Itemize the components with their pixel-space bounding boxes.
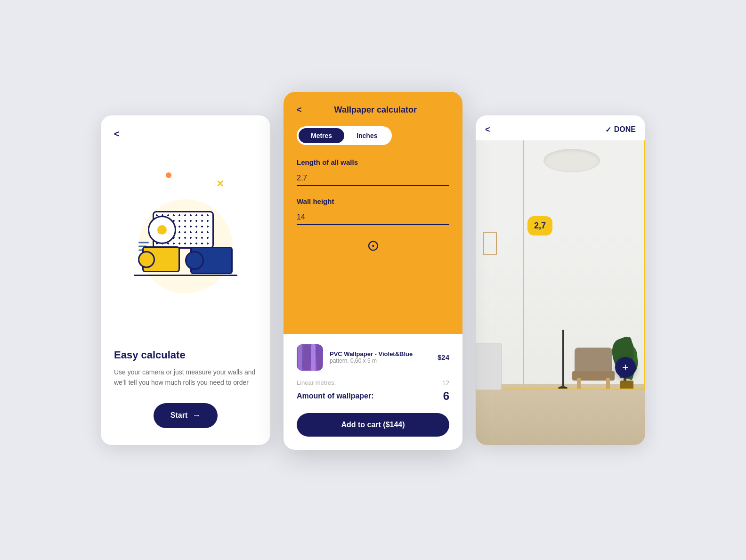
linear-metres-row: Linear metres: 12 (297, 379, 449, 387)
app-container: < ✕ Easy calculate Use your camera or ju… (82, 73, 664, 487)
product-size: pattern, 0,60 x 5 m (330, 357, 431, 364)
measurement-line (523, 140, 524, 390)
product-name: PVC Wallpaper - Violet&Blue (330, 350, 431, 357)
length-input[interactable] (297, 171, 449, 186)
ceiling-light (543, 149, 600, 172)
floor-lamp (558, 330, 568, 390)
yellow-roll (142, 246, 180, 272)
blue-roll (190, 247, 233, 274)
calculator-bottom: PVC Wallpaper - Violet&Blue pattern, 0,6… (284, 334, 462, 450)
stripe-3 (311, 344, 316, 371)
arrow-icon: → (192, 411, 201, 421)
height-input-group: Wall height (297, 197, 449, 225)
amount-label: Amount of wallpaper: (297, 392, 374, 400)
card2-back-button[interactable]: < (297, 105, 302, 115)
camera-wrapper: ⊙ (297, 236, 449, 254)
stripe-4 (317, 344, 322, 371)
card-camera: < ✓ DONE (476, 115, 645, 445)
length-label: Length of all walls (297, 158, 449, 166)
start-label: Start (170, 411, 187, 420)
lamp-pole (562, 330, 564, 386)
height-label: Wall height (297, 197, 449, 205)
product-row: PVC Wallpaper - Violet&Blue pattern, 0,6… (297, 344, 449, 371)
corner-line-horizontal (504, 389, 645, 390)
room-floor (476, 384, 645, 445)
product-stripes (298, 344, 322, 371)
linear-metres-label: Linear metres: (297, 379, 336, 386)
product-thumbnail (297, 344, 323, 371)
camera-header: < ✓ DONE (476, 115, 645, 140)
start-button[interactable]: Start → (154, 403, 218, 428)
amount-row: Amount of wallpaper: 6 (297, 390, 449, 403)
stripe-1 (298, 344, 302, 371)
calculator-top: < Wallpaper calculator Metres Inches Len… (284, 92, 462, 334)
card1-description: Use your camera or just measure your wal… (114, 367, 257, 388)
add-measurement-button[interactable]: + (615, 357, 636, 378)
done-label: DONE (614, 125, 636, 134)
base-line (134, 275, 237, 276)
wall-frame (483, 232, 497, 255)
calculator-title: Wallpaper calculator (334, 105, 417, 115)
orange-dot (166, 172, 171, 178)
wallpaper-illustration: ✕ (114, 158, 257, 335)
product-info: PVC Wallpaper - Violet&Blue pattern, 0,6… (330, 350, 431, 364)
card1-title: Easy calculate (114, 349, 257, 361)
amount-value: 6 (443, 390, 449, 403)
card-easy-calculate: < ✕ Easy calculate Use your camera or ju… (101, 115, 270, 445)
camera-icon[interactable]: ⊙ (367, 236, 380, 254)
unit-toggle: Metres Inches (297, 126, 392, 145)
check-icon: ✓ (605, 125, 611, 134)
measurement-label: 2,7 (527, 216, 552, 235)
calculator-header: < Wallpaper calculator (297, 105, 449, 115)
done-button[interactable]: ✓ DONE (605, 125, 636, 134)
card3-back-button[interactable]: < (485, 125, 490, 135)
room-image: 2,7 + (476, 140, 645, 445)
product-price: $24 (438, 353, 449, 361)
length-input-group: Length of all walls (297, 158, 449, 186)
height-input[interactable] (297, 210, 449, 225)
circle-roll (148, 216, 176, 244)
corner-line-vertical (644, 140, 645, 390)
inches-button[interactable]: Inches (344, 128, 389, 143)
chair (570, 348, 617, 390)
card1-back-button[interactable]: < (114, 129, 257, 139)
stripe-2 (304, 344, 309, 371)
metres-button[interactable]: Metres (299, 128, 344, 143)
linear-metres-value: 12 (442, 379, 449, 387)
yellow-cross: ✕ (216, 178, 224, 189)
radiator (476, 343, 502, 390)
card-calculator: < Wallpaper calculator Metres Inches Len… (284, 92, 462, 450)
add-to-cart-button[interactable]: Add to cart ($144) (297, 413, 449, 437)
rolls-wrapper (134, 211, 237, 282)
